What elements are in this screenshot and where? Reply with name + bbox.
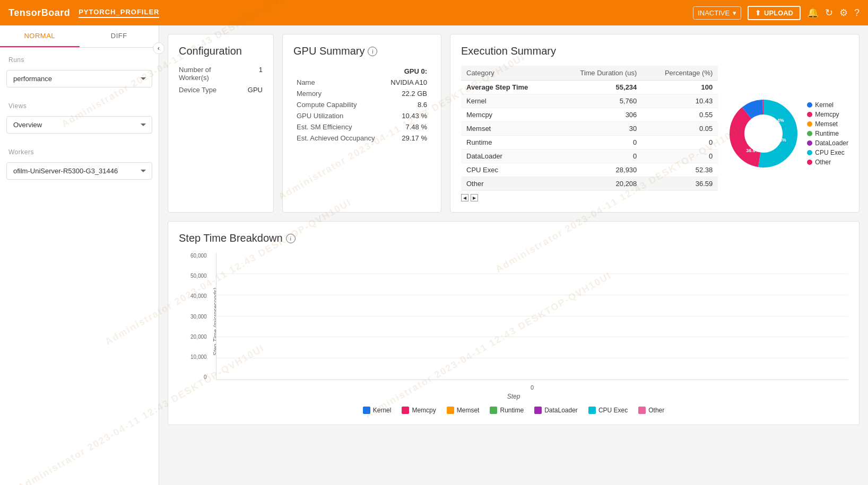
legend-item: CPU Exec (807, 149, 848, 156)
legend-dot (807, 150, 812, 155)
tab-diff[interactable]: DIFF (80, 25, 159, 47)
breakdown-info-icon[interactable]: i (286, 234, 296, 243)
legend-label: Other (815, 158, 831, 166)
y-tick-20k: 20,000 (190, 334, 207, 340)
chart-legend-item: Kernel (363, 407, 392, 414)
exec-card: Execution Summary Category Time Duration… (450, 34, 860, 213)
exec-row: Memcpy3060.55 (461, 108, 718, 122)
gpu-row-label: GPU 0: (293, 66, 430, 77)
settings-icon[interactable]: ⚙ (839, 7, 848, 19)
chart-legend-box (588, 407, 596, 414)
exec-col-duration: Time Duration (us) (555, 66, 643, 81)
scroll-left[interactable]: ◀ (461, 194, 468, 201)
views-select[interactable]: Overview (6, 116, 152, 134)
gridline-40k (216, 295, 848, 295)
legend-dot (807, 131, 812, 136)
status-dropdown[interactable]: INACTIVE ▾ (693, 6, 741, 20)
gridline-20k (216, 337, 848, 337)
exec-cell-percentage: 52.38 (642, 163, 718, 177)
config-row-workers: Number ofWorker(s) 1 (179, 66, 263, 82)
top-cards: Configuration Number ofWorker(s) 1 Devic… (168, 34, 860, 213)
legend-item: Memset (807, 120, 848, 128)
exec-cell-category: Other (461, 177, 555, 191)
gpu-row-value: 29.17 % (384, 133, 430, 144)
gridline-30k (216, 316, 848, 316)
exec-cell-duration: 30 (555, 122, 643, 136)
legend-label: CPU Exec (815, 149, 844, 156)
breakdown-title: Step Time Breakdown (179, 232, 283, 244)
exec-row: Memset300.05 (461, 122, 718, 136)
legend-item: Other (807, 158, 848, 166)
exec-cell-category: Memcpy (461, 108, 555, 122)
views-label: Views (0, 94, 159, 114)
exec-legend: KernelMemcpyMemsetRuntimeDataLoaderCPU E… (807, 101, 848, 166)
chart-legend-item: Other (638, 407, 664, 414)
chart-legend-label: Memcpy (412, 407, 436, 414)
legend-dot (807, 140, 812, 146)
exec-cell-duration: 28,930 (555, 163, 643, 177)
legend-label: DataLoader (815, 139, 848, 147)
help-icon[interactable]: ? (854, 7, 860, 19)
y-tick-50k: 50,000 (190, 273, 207, 279)
gpu-table: GPU 0:NameNVIDIA A10Memory22.2 GBCompute… (293, 66, 430, 144)
legend-dot (807, 160, 812, 165)
gpu-row-value: 7.48 % (384, 121, 430, 133)
refresh-icon[interactable]: ↻ (825, 7, 833, 19)
svg-text:10.4%: 10.4% (771, 118, 785, 123)
chart-legend-box (363, 407, 370, 414)
svg-text:36.6%: 36.6% (747, 148, 760, 153)
exec-cell-category: CPU Exec (461, 163, 555, 177)
gpu-row: Memory22.2 GB (293, 88, 430, 99)
gpu-row-value: 8.6 (384, 99, 430, 110)
workers-label: Workers (0, 140, 159, 160)
gpu-card: GPU Summary i GPU 0:NameNVIDIA A10Memory… (282, 34, 441, 213)
chart-legend-label: CPU Exec (598, 407, 628, 414)
gpu-row-label: GPU Utilization (293, 110, 384, 121)
main-content: Configuration Number ofWorker(s) 1 Devic… (159, 25, 868, 485)
notifications-icon[interactable]: 🔔 (807, 7, 819, 19)
chart-legend-box (638, 407, 646, 414)
chart-legend-item: Memset (447, 407, 480, 414)
y-ticks: 0 10,000 20,000 30,000 40,000 50,000 60,… (190, 253, 207, 380)
gpu-row-label: Name (293, 77, 384, 88)
gpu-row-value: 10.43 % (384, 110, 430, 121)
exec-table: Category Time Duration (us) Percentage (… (461, 66, 718, 191)
sidebar: ‹ NORMAL DIFF Runs performance Views Ove… (0, 25, 159, 485)
app-logo: TensorBoard (8, 7, 70, 19)
gridline-10k (216, 358, 848, 358)
exec-cell-duration: 5,760 (555, 94, 643, 108)
config-row-device: Device Type GPU (179, 86, 263, 94)
config-workers-label: Number ofWorker(s) (179, 66, 211, 82)
y-tick-40k: 40,000 (190, 293, 207, 299)
exec-cell-duration: 0 (555, 136, 643, 149)
y-tick-60k: 60,000 (190, 253, 207, 259)
workers-select[interactable]: ofilm-UniServer-R5300-G3_31446 (6, 162, 152, 180)
chart-legend-label: Memset (457, 407, 480, 414)
chart-legend-label: Runtime (500, 407, 524, 414)
gpu-row: NameNVIDIA A10 (293, 77, 430, 88)
chart-container: Step Time (microseconds) 0 10,000 20,000… (216, 253, 848, 391)
gpu-info-icon[interactable]: i (368, 47, 377, 56)
chart-legend: KernelMemcpyMemsetRuntimeDataLoaderCPU E… (179, 407, 848, 414)
upload-icon: ⬆ (755, 9, 761, 17)
x-tick-label: 0 (216, 384, 848, 391)
exec-row: Average Step Time55,234100 (461, 81, 718, 94)
gridline-50k (216, 274, 848, 274)
runs-select[interactable]: performance (6, 70, 152, 87)
gpu-row: Est. Achieved Occupancy29.17 % (293, 133, 430, 144)
tab-normal[interactable]: NORMAL (0, 25, 80, 47)
scroll-right[interactable]: ▶ (471, 194, 478, 201)
exec-cell-category: Kernel (461, 94, 555, 108)
app-header: TensorBoard PYTORCH_PROFILER INACTIVE ▾ … (0, 0, 868, 25)
y-tick-30k: 30,000 (190, 314, 207, 320)
config-card: Configuration Number ofWorker(s) 1 Devic… (168, 34, 274, 213)
mode-tabs: NORMAL DIFF (0, 25, 159, 48)
exec-cell-percentage: 100 (642, 81, 718, 94)
upload-button[interactable]: ⬆ UPLOAD (748, 6, 801, 20)
legend-dot (807, 112, 812, 117)
exec-cell-percentage: 0.55 (642, 108, 718, 122)
legend-item: DataLoader (807, 139, 848, 147)
chart-legend-item: CPU Exec (588, 407, 628, 414)
exec-title: Execution Summary (461, 45, 848, 57)
exec-cell-percentage: 36.59 (642, 177, 718, 191)
